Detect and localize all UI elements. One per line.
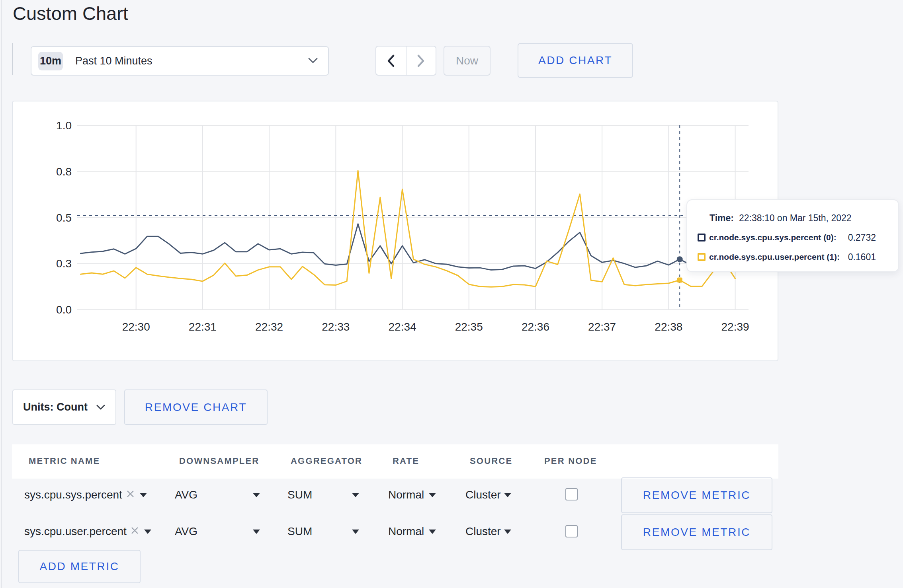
- x-axis-label: 22:37: [588, 321, 616, 333]
- x-axis-label: 22:32: [255, 321, 283, 333]
- col-header-per-node: PER NODE: [544, 456, 597, 466]
- line-chart[interactable]: 0.00.30.50.81.022:3022:3122:3222:3322:34…: [12, 101, 778, 361]
- series-user-swatch-icon: [698, 253, 706, 261]
- y-axis-label: 0.5: [56, 212, 72, 224]
- downsampler-caret-icon[interactable]: [253, 493, 260, 497]
- tooltip-series-label: cr.node.sys.cpu.sys.percent (0):: [709, 233, 837, 242]
- now-button[interactable]: Now: [444, 46, 491, 76]
- aggregator-select[interactable]: SUM: [287, 489, 312, 501]
- tooltip-series-value: 0.2732: [848, 232, 876, 243]
- units-dropdown[interactable]: Units: Count: [12, 389, 116, 425]
- y-axis-label: 1.0: [56, 119, 72, 132]
- source-select[interactable]: Cluster: [465, 525, 501, 538]
- downsampler-select[interactable]: AVG: [175, 525, 197, 538]
- series-line: [80, 171, 735, 287]
- col-header-rate: RATE: [393, 456, 419, 466]
- metric-name-select[interactable]: sys.cpu.user.percent: [24, 525, 127, 538]
- col-header-metric-name: METRIC NAME: [29, 456, 100, 466]
- tooltip-time-value: 22:38:10 on Mar 15th, 2022: [739, 213, 852, 224]
- x-axis-label: 22:36: [522, 321, 549, 333]
- metric-select-caret-icon[interactable]: [140, 493, 147, 497]
- x-axis-label: 22:38: [655, 321, 682, 333]
- chevron-down-icon: [308, 57, 318, 64]
- timebar-left-rule: [12, 43, 13, 75]
- crosshair-marker: [677, 278, 682, 283]
- series-line: [80, 224, 735, 270]
- aggregator-select[interactable]: SUM: [287, 525, 312, 538]
- per-node-checkbox[interactable]: [565, 488, 578, 500]
- y-axis-label: 0.8: [56, 165, 72, 178]
- clear-metric-icon[interactable]: [131, 526, 139, 535]
- x-axis-label: 22:31: [189, 321, 217, 333]
- aggregator-caret-icon[interactable]: [352, 530, 359, 534]
- chevron-left-icon: [386, 54, 396, 68]
- x-axis-label: 22:34: [388, 321, 416, 333]
- remove-chart-button[interactable]: REMOVE CHART: [124, 389, 268, 425]
- time-range-dropdown[interactable]: 10m Past 10 Minutes: [31, 46, 329, 76]
- y-axis-label: 0.0: [56, 304, 72, 316]
- remove-metric-button[interactable]: REMOVE METRIC: [621, 477, 772, 513]
- source-caret-icon[interactable]: [504, 493, 511, 497]
- chart-card: 0.00.30.50.81.022:3022:3122:3222:3322:34…: [12, 101, 778, 361]
- crosshair-marker: [677, 256, 683, 262]
- time-step-buttons: [375, 46, 436, 76]
- prev-time-button[interactable]: [376, 47, 407, 75]
- tooltip-series-label: cr.node.sys.cpu.user.percent (1):: [709, 252, 840, 262]
- metric-select-caret-icon[interactable]: [144, 530, 151, 534]
- col-header-downsampler: DOWNSAMPLER: [179, 456, 259, 466]
- time-range-label: Past 10 Minutes: [75, 55, 152, 67]
- downsampler-caret-icon[interactable]: [253, 530, 260, 534]
- col-header-aggregator: AGGREGATOR: [291, 456, 362, 466]
- downsampler-select[interactable]: AVG: [175, 489, 197, 501]
- chevron-down-icon: [96, 404, 106, 411]
- source-select[interactable]: Cluster: [465, 489, 501, 501]
- x-axis-label: 22:39: [721, 321, 749, 333]
- time-range-badge: 10m: [38, 52, 63, 70]
- rate-caret-icon[interactable]: [429, 493, 436, 497]
- chevron-right-icon: [416, 54, 426, 68]
- source-caret-icon[interactable]: [504, 530, 511, 534]
- metric-name-select[interactable]: sys.cpu.sys.percent: [24, 489, 122, 501]
- clear-metric-icon[interactable]: [126, 490, 135, 498]
- per-node-checkbox[interactable]: [565, 525, 578, 537]
- add-metric-button[interactable]: ADD METRIC: [18, 550, 141, 583]
- rate-caret-icon[interactable]: [429, 530, 436, 534]
- tooltip-time-label: Time:: [710, 213, 734, 224]
- rate-select[interactable]: Normal: [388, 525, 424, 538]
- y-axis-label: 0.3: [56, 257, 72, 270]
- add-chart-button[interactable]: ADD CHART: [518, 43, 633, 78]
- page-title: Custom Chart: [13, 2, 128, 24]
- x-axis-label: 22:33: [322, 321, 350, 333]
- rate-select[interactable]: Normal: [388, 489, 424, 501]
- page-left-divider: [1, 0, 2, 588]
- aggregator-caret-icon[interactable]: [352, 493, 359, 497]
- next-time-button[interactable]: [407, 47, 436, 75]
- x-axis-label: 22:30: [122, 321, 150, 333]
- units-label: Units: Count: [23, 401, 88, 413]
- series-sys-swatch-icon: [698, 234, 706, 241]
- tooltip-series-value: 0.1601: [848, 252, 876, 263]
- x-axis-label: 22:35: [455, 321, 483, 333]
- remove-metric-button[interactable]: REMOVE METRIC: [621, 514, 772, 550]
- chart-tooltip: Time: 22:38:10 on Mar 15th, 2022 cr.node…: [686, 199, 899, 272]
- col-header-source: SOURCE: [470, 456, 512, 466]
